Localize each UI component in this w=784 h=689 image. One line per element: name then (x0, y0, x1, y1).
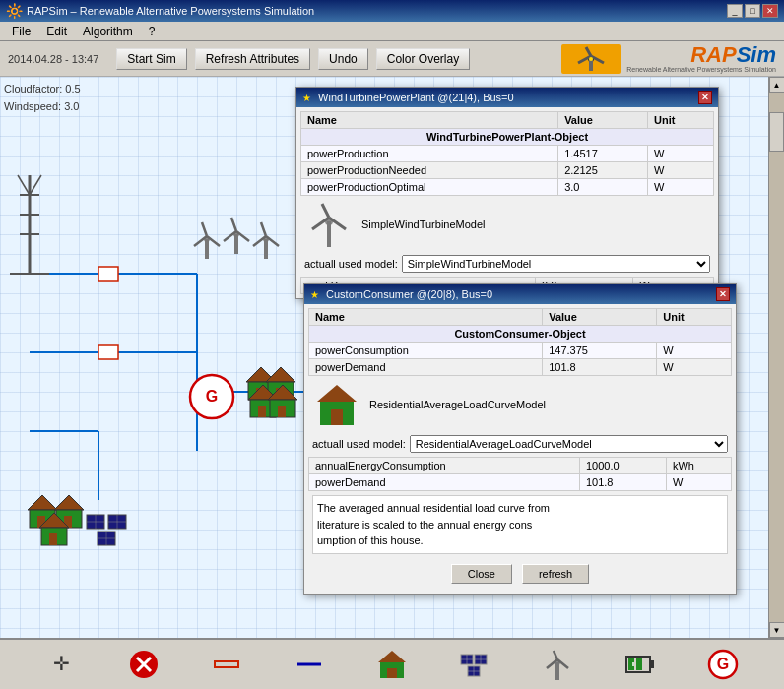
refresh-attributes-button[interactable]: Refresh Attributes (195, 48, 310, 70)
consumer-model-dropdown-row: actuall used model: ResidentialAverageLo… (308, 433, 732, 455)
table-row: powerDemand 101.8 W (309, 359, 732, 376)
minimize-btn[interactable]: _ (727, 4, 743, 18)
consumer-model-select[interactable]: ResidentialAverageLoadCurveModel (410, 435, 728, 453)
svg-rect-25 (205, 239, 209, 259)
house-icon (374, 647, 410, 682)
consumer-row1-unit: W (657, 343, 732, 359)
move-icon: ✛ (45, 649, 77, 680)
consumer-dialog: ★ CustomConsumer @(20|8), Bus=0 ✕ Name V… (303, 283, 737, 595)
logo-sim: Sim (737, 42, 776, 67)
consumer-model-img (312, 380, 361, 429)
table-row: powerConsumption 147.375 W (309, 343, 732, 359)
svg-line-27 (231, 218, 236, 231)
svg-line-19 (30, 175, 41, 195)
bottom-toolbar: ✛ (0, 638, 784, 689)
scroll-thumb[interactable] (769, 112, 784, 152)
tool-battery[interactable] (621, 645, 660, 684)
scroll-down-arrow[interactable]: ▼ (769, 622, 785, 638)
consumer-extra1-value: 1000.0 (579, 458, 666, 474)
title-controls[interactable]: _ □ ✕ (727, 4, 778, 18)
consumer-dialog-content: Name Value Unit CustomConsumer-Object po… (304, 304, 736, 594)
table-row: powerProduction 1.4517 W (301, 146, 714, 162)
wind-model-select[interactable]: SimpleWindTurbineModel (402, 255, 710, 273)
consumer-title-icon: ★ (310, 289, 319, 300)
wind-row1-name: powerProduction (301, 146, 558, 162)
table-row: annualEnergyConsumption 1000.0 kWh (309, 458, 732, 474)
delete-icon (128, 649, 160, 680)
windmill-model-svg (304, 200, 354, 249)
consumer-row2-value: 101.8 (543, 359, 657, 376)
wind-dialog-close[interactable]: ✕ (698, 91, 712, 104)
svg-rect-49 (278, 406, 286, 417)
close-btn[interactable]: ✕ (762, 4, 778, 18)
svg-marker-50 (28, 495, 57, 510)
main-area: Cloudfactor: 0.5 Windspeed: 3.0 (0, 77, 784, 638)
undo-button[interactable]: Undo (318, 48, 368, 70)
scroll-up-arrow[interactable]: ▲ (769, 77, 785, 93)
table-row: powerDemand 101.8 W (309, 474, 732, 491)
app-icon: 🔆 (6, 3, 23, 19)
vertical-scrollbar[interactable]: ▲ ▼ (768, 77, 784, 638)
house-model-svg (312, 380, 361, 429)
consumer-extra1-unit: kWh (666, 458, 731, 474)
consumer-extra2-value: 101.8 (579, 474, 666, 491)
svg-marker-73 (317, 385, 357, 402)
svg-text:G: G (717, 656, 729, 672)
consumer-dialog-title: ★ CustomConsumer @(20|8), Bus=0 ✕ (304, 284, 736, 304)
tool-generator[interactable]: G (703, 645, 743, 684)
tool-line[interactable] (207, 645, 246, 684)
svg-line-18 (18, 175, 30, 195)
wind-model-dropdown-row: actuall used model: SimpleWindTurbineMod… (300, 253, 714, 275)
tool-wind[interactable] (538, 645, 577, 684)
svg-rect-72 (327, 221, 331, 247)
color-overlay-button[interactable]: Color Overlay (376, 48, 470, 70)
svg-line-32 (261, 222, 266, 236)
title-bar: 🔆 RAPSim – Renewable Alternative Powersy… (0, 0, 784, 22)
tool-solar[interactable] (455, 645, 494, 684)
svg-rect-10 (98, 267, 118, 281)
wind-row3-name: powerProductionOptimal (301, 179, 558, 196)
svg-rect-11 (98, 345, 118, 359)
wind-model-img (304, 200, 354, 249)
tool-move[interactable]: ✛ (41, 645, 81, 684)
svg-marker-82 (378, 651, 406, 662)
consumer-col-unit: Unit (657, 309, 732, 326)
start-sim-button[interactable]: Start Sim (116, 48, 186, 70)
wind-col-value: Value (558, 112, 648, 129)
svg-rect-100 (650, 660, 654, 668)
menu-edit[interactable]: Edit (38, 25, 75, 38)
wind-title-text: WindTurbinePowerPlant @(21|4), Bus=0 (318, 92, 514, 103)
svg-line-95 (554, 651, 557, 659)
wind-title-icon: ★ (302, 93, 311, 103)
svg-line-1 (586, 47, 591, 56)
consumer-dialog-close[interactable]: ✕ (716, 287, 730, 301)
battery-icon (622, 647, 658, 682)
svg-rect-35 (264, 239, 268, 259)
tool-delete[interactable] (124, 645, 163, 684)
solar-icon (457, 647, 492, 682)
consumer-extra2-unit: W (666, 474, 731, 491)
maximize-btn[interactable]: □ (745, 4, 760, 18)
tool-house[interactable] (372, 645, 412, 684)
wind-icon (540, 647, 575, 682)
simulation-canvas[interactable]: Cloudfactor: 0.5 Windspeed: 3.0 (0, 77, 768, 638)
menu-help[interactable]: ? (141, 25, 163, 38)
svg-text:✛: ✛ (53, 653, 70, 674)
menu-file[interactable]: File (4, 25, 38, 38)
menu-algorithm[interactable]: Algorithm (75, 25, 141, 38)
tool-wire[interactable] (290, 645, 329, 684)
wind-model-name: SimpleWindTurbineModel (361, 219, 486, 230)
consumer-section-header: CustomConsumer-Object (309, 326, 732, 343)
consumer-dialog-buttons: Close refresh (308, 558, 732, 590)
scroll-track[interactable] (769, 93, 784, 622)
svg-line-69 (322, 204, 329, 218)
wind-col-name: Name (301, 112, 558, 129)
consumer-close-button[interactable]: Close (451, 564, 512, 584)
logo-windmill-svg (566, 45, 616, 73)
wind-row3-value: 3.0 (558, 179, 648, 196)
logo-rap: RAP (690, 42, 736, 67)
svg-rect-30 (234, 234, 238, 254)
menu-bar: File Edit Algorithm ? (0, 22, 784, 41)
svg-rect-75 (331, 409, 343, 425)
consumer-refresh-button[interactable]: refresh (522, 564, 589, 584)
